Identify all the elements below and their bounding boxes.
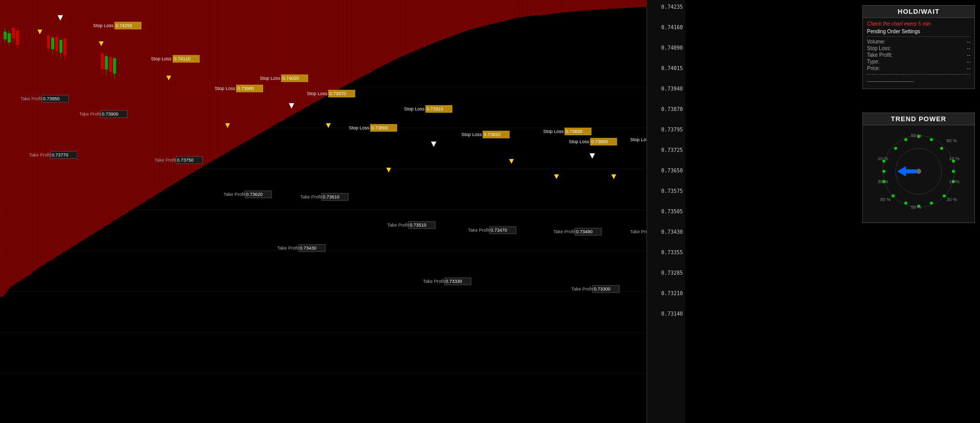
svg-rect-287	[569, 0, 570, 12]
svg-rect-245	[483, 0, 484, 26]
svg-rect-151	[291, 0, 292, 116]
svg-rect-239	[471, 0, 472, 29]
svg-rect-224	[440, 0, 441, 40]
svg-rect-146	[280, 0, 282, 121]
svg-rect-265	[524, 0, 525, 17]
svg-rect-247	[487, 0, 488, 25]
svg-rect-188	[366, 0, 368, 74]
svg-rect-190	[370, 0, 372, 72]
svg-rect-252	[497, 0, 499, 23]
hold-wait-title: HOLD/WAIT	[863, 6, 974, 18]
volume-value: --	[967, 39, 970, 44]
svg-rect-85	[155, 0, 157, 194]
svg-text:Stop Loss: Stop Loss	[404, 106, 425, 112]
svg-rect-87	[160, 0, 161, 192]
svg-rect-286	[567, 0, 568, 12]
svg-text:Take Profit: Take Profit	[300, 194, 322, 199]
svg-rect-242	[477, 0, 478, 28]
svg-rect-150	[288, 0, 290, 117]
svg-point-554	[940, 147, 943, 150]
svg-rect-211	[413, 0, 415, 51]
svg-rect-170	[329, 0, 331, 94]
svg-rect-49	[82, 0, 83, 240]
svg-text:0.74020: 0.74020	[282, 76, 299, 81]
svg-rect-314	[624, 0, 626, 8]
svg-rect-19	[20, 0, 22, 280]
type-row: Type: --	[867, 59, 970, 64]
svg-rect-116	[219, 0, 220, 157]
svg-rect-152	[293, 0, 294, 115]
svg-rect-357	[55, 37, 58, 51]
svg-text:▼: ▼	[324, 121, 332, 129]
svg-rect-12	[6, 0, 8, 292]
svg-rect-307	[610, 0, 611, 9]
svg-rect-78	[141, 0, 143, 204]
svg-rect-204	[399, 0, 400, 57]
svg-rect-219	[430, 0, 431, 44]
svg-rect-251	[495, 0, 497, 23]
svg-rect-21	[25, 0, 26, 277]
svg-rect-212	[415, 0, 417, 50]
svg-rect-186	[362, 0, 364, 76]
svg-text:Stop Loss: Stop Loss	[307, 91, 328, 96]
svg-rect-185	[360, 0, 362, 77]
svg-rect-117	[221, 0, 222, 155]
svg-rect-246	[485, 0, 486, 26]
svg-rect-295	[585, 0, 587, 10]
svg-rect-82	[149, 0, 151, 198]
svg-rect-210	[411, 0, 413, 52]
price-74015: 0.74015	[661, 65, 683, 71]
svg-rect-347	[8, 33, 11, 42]
svg-rect-99	[184, 0, 186, 177]
svg-rect-318	[632, 0, 634, 8]
svg-rect-264	[522, 0, 523, 17]
svg-rect-351	[16, 31, 19, 45]
svg-rect-217	[426, 0, 427, 46]
svg-rect-30	[43, 0, 44, 265]
svg-rect-165	[319, 0, 321, 100]
price-value: --	[967, 65, 970, 71]
volume-row: Volume: --	[867, 39, 970, 44]
svg-text:0.73610: 0.73610	[323, 194, 340, 199]
svg-rect-160	[309, 0, 310, 105]
svg-rect-244	[481, 0, 482, 27]
svg-rect-140	[268, 0, 270, 128]
svg-rect-310	[616, 0, 617, 9]
svg-point-567	[904, 138, 907, 141]
svg-text:Stop Loss: Stop Loss	[93, 23, 114, 28]
svg-rect-280	[554, 0, 556, 13]
svg-rect-300	[595, 0, 597, 10]
svg-rect-178	[346, 0, 347, 85]
svg-rect-323	[642, 0, 644, 7]
svg-rect-68	[121, 0, 122, 216]
svg-text:0.73510: 0.73510	[410, 222, 427, 228]
svg-rect-230	[452, 0, 454, 36]
svg-rect-38	[59, 0, 61, 255]
svg-rect-141	[270, 0, 272, 127]
check-chart-text: Check the chart every 5 min	[867, 21, 970, 27]
svg-rect-223	[438, 0, 439, 41]
svg-rect-299	[593, 0, 595, 10]
svg-rect-322	[640, 0, 642, 7]
svg-rect-163	[315, 0, 317, 102]
svg-rect-208	[407, 0, 409, 54]
svg-rect-317	[630, 0, 632, 8]
svg-rect-316	[628, 0, 630, 8]
svg-rect-75	[135, 0, 137, 207]
svg-rect-234	[460, 0, 462, 33]
svg-rect-145	[278, 0, 280, 122]
svg-rect-96	[178, 0, 180, 181]
svg-rect-102	[190, 0, 192, 173]
svg-rect-355	[51, 38, 54, 49]
svg-rect-311	[618, 0, 619, 8]
price-73870: 0.73870	[661, 106, 683, 112]
svg-rect-69	[123, 0, 124, 215]
svg-rect-93	[172, 0, 173, 185]
svg-rect-50	[84, 0, 85, 239]
svg-rect-192	[374, 0, 376, 70]
svg-rect-292	[579, 0, 581, 11]
svg-text:Take Profit: Take Profit	[553, 229, 575, 234]
svg-rect-226	[444, 0, 446, 39]
svg-rect-176	[342, 0, 343, 87]
svg-rect-304	[604, 0, 605, 9]
